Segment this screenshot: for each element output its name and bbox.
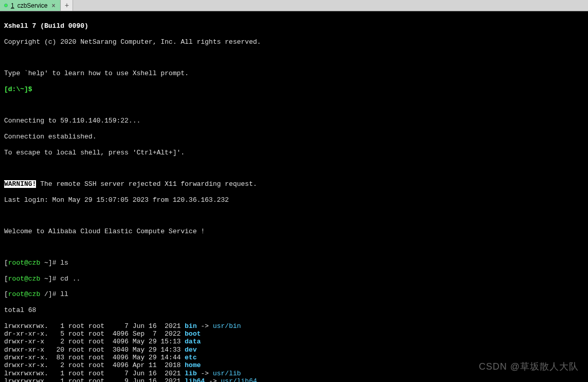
connecting-line: Connecting to 59.110.140.159:22... — [4, 117, 584, 125]
warning-badge: WARNING! — [4, 180, 36, 188]
terminal-output[interactable]: Xshell 7 (Build 0090) Copyright (c) 2020… — [0, 11, 588, 382]
file-listing: lrwxrwxrwx. 1 root root 7 Jun 16 2021 bi… — [4, 322, 584, 382]
list-item: dr-xr-xr-x. 5 root root 4096 Sep 7 2022 … — [4, 330, 584, 338]
ls-total: total 68 — [4, 306, 584, 314]
escape-line: To escape to local shell, press 'Ctrl+Al… — [4, 149, 584, 157]
copyright-line: Copyright (c) 2020 NetSarang Computer, I… — [4, 38, 584, 46]
watermark-text: CSDN @草坂散人大队 — [479, 360, 579, 373]
plus-icon: + — [65, 2, 69, 10]
list-item: lrwxrwxrwx. 1 root root 7 Jun 16 2021 bi… — [4, 322, 584, 330]
welcome-line: Welcome to Alibaba Cloud Elastic Compute… — [4, 228, 584, 235]
prompt-line-3: [root@czb /]# ll — [4, 290, 584, 298]
tab-bar: 1 czbService × + — [0, 0, 588, 11]
tab-label: czbService — [17, 2, 48, 9]
last-login-line: Last login: Mon May 29 15:07:05 2023 fro… — [4, 196, 584, 204]
tab-number: 1 — [11, 2, 14, 9]
help-line: Type `help' to learn how to use Xshell p… — [4, 70, 584, 77]
status-dot-icon — [4, 4, 8, 7]
warning-text: The remote SSH server rejected X11 forwa… — [36, 180, 257, 188]
list-item: drwxr-xr-x 2 root root 4096 May 29 15:13… — [4, 338, 584, 345]
list-item: drwxr-xr-x 20 root root 3040 May 29 14:3… — [4, 346, 584, 354]
local-prompt: [d:\~]$ — [4, 85, 32, 93]
list-item: lrwxrwxrwx. 1 root root 9 Jun 16 2021 li… — [4, 377, 584, 382]
prompt-line-1: [root@czb ~]# ls — [4, 259, 584, 267]
established-line: Connection established. — [4, 133, 584, 141]
prompt-line-2: [root@czb ~]# cd .. — [4, 275, 584, 283]
close-icon[interactable]: × — [50, 2, 56, 9]
tab-session[interactable]: 1 czbService × — [0, 0, 61, 11]
add-tab-button[interactable]: + — [61, 0, 73, 11]
version-line: Xshell 7 (Build 0090) — [4, 22, 88, 30]
